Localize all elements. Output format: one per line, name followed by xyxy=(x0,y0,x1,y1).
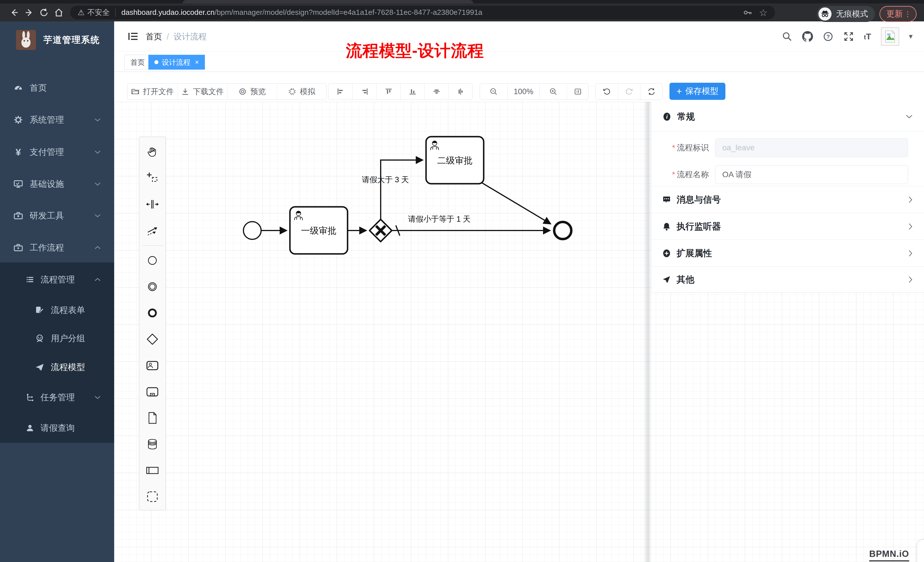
user-task-first-approval[interactable]: 一级审批 xyxy=(290,207,348,254)
zoom-in-button[interactable] xyxy=(539,84,567,100)
create-user-task[interactable] xyxy=(139,352,166,379)
align-right-button[interactable] xyxy=(352,84,376,100)
avatar[interactable] xyxy=(881,27,899,46)
field-process-name: * 流程名称 xyxy=(672,165,908,184)
redo-button[interactable] xyxy=(618,84,640,100)
hand-tool[interactable] xyxy=(139,139,166,165)
breadcrumb-current: 设计流程 xyxy=(174,31,207,42)
flow-label-lte1[interactable]: 请假小于等于 1 天 xyxy=(408,215,471,223)
browser-tab-strip xyxy=(0,0,924,3)
collapse-sidebar-icon[interactable] xyxy=(127,30,139,42)
sidebar-item-process-management[interactable]: 流程管理 xyxy=(0,265,114,294)
create-data-object[interactable] xyxy=(139,405,166,431)
breadcrumb-separator: / xyxy=(166,32,169,42)
section-other[interactable]: 其他 xyxy=(651,267,924,292)
bpmn-io-logo[interactable]: BPMN.iO xyxy=(869,549,909,561)
create-start-event[interactable] xyxy=(139,247,166,274)
user-task-second-approval[interactable]: 二级审批 xyxy=(426,136,484,184)
end-event[interactable] xyxy=(554,222,571,239)
toolbox-icon xyxy=(13,211,23,220)
download-file-button[interactable]: 下载文件 xyxy=(177,84,227,100)
create-group[interactable] xyxy=(139,484,166,510)
browser-menu-icon[interactable]: ⋮ xyxy=(904,10,912,18)
app-title: 芋道管理系统 xyxy=(44,34,100,46)
preview-button[interactable]: 预览 xyxy=(227,84,277,100)
zoom-out-button[interactable] xyxy=(480,84,507,100)
address-bar[interactable]: ⚠ 不安全 dashboard.yudao.iocoder.cn /bpm/ma… xyxy=(70,6,775,19)
global-connect-tool[interactable] xyxy=(139,217,166,244)
create-subprocess[interactable] xyxy=(139,379,166,405)
restart-button[interactable] xyxy=(640,84,662,100)
chevron-down-icon xyxy=(94,182,101,186)
page-header: 首页 / 设计流程 ? tT ▾ xyxy=(114,21,924,51)
monitor-icon xyxy=(13,179,23,189)
align-bottom-button[interactable] xyxy=(400,84,424,100)
password-key-icon[interactable] xyxy=(743,8,753,17)
download-icon xyxy=(181,87,189,96)
close-tab-icon[interactable]: × xyxy=(195,58,199,66)
search-icon[interactable] xyxy=(782,31,792,42)
tab-design-process[interactable]: 设计流程 × xyxy=(148,55,205,70)
create-gateway[interactable] xyxy=(139,326,166,352)
exclusive-gateway[interactable] xyxy=(369,219,392,241)
back-button[interactable] xyxy=(7,5,22,20)
sidebar-item-label: 用户分组 xyxy=(51,333,85,344)
home-button[interactable] xyxy=(51,5,66,20)
lasso-tool[interactable] xyxy=(139,165,166,191)
flow-label-gt3[interactable]: 请假大于 3 天 xyxy=(362,175,409,184)
sidebar-item-process-form[interactable]: 流程表单 xyxy=(0,296,114,324)
font-size-icon[interactable]: tT xyxy=(864,31,871,41)
fit-viewport-button[interactable] xyxy=(567,84,588,100)
breadcrumb-home[interactable]: 首页 xyxy=(146,31,162,42)
align-vertical-center-button[interactable] xyxy=(424,84,448,100)
paper-plane-icon xyxy=(35,363,45,372)
github-icon[interactable] xyxy=(802,31,813,42)
create-end-event[interactable] xyxy=(139,300,166,326)
sidebar-item-user-group[interactable]: 用户分组 xyxy=(0,324,114,352)
start-event[interactable] xyxy=(243,222,261,239)
update-button[interactable]: 更新 ⋮ xyxy=(879,6,916,22)
sidebar-item-label: 流程表单 xyxy=(51,304,85,316)
zoom-level: 100% xyxy=(507,84,539,100)
task-label: 一级审批 xyxy=(301,226,336,236)
create-intermediate-event[interactable] xyxy=(139,274,166,300)
tab-home[interactable]: 首页 xyxy=(124,55,151,70)
section-general[interactable]: i 常规 xyxy=(651,102,924,132)
align-left-button[interactable] xyxy=(328,84,352,100)
process-key-input[interactable] xyxy=(715,138,908,157)
bookmark-star-icon[interactable]: ☆ xyxy=(759,7,768,18)
section-execution-listeners[interactable]: 执行监听器 xyxy=(651,213,924,240)
process-name-input[interactable] xyxy=(715,165,908,184)
create-participant[interactable] xyxy=(139,457,166,484)
section-messages-signals[interactable]: 消息与信号 xyxy=(651,186,924,213)
help-icon[interactable]: ? xyxy=(823,31,834,42)
sidebar-item-devtools[interactable]: 研发工具 xyxy=(0,200,114,232)
align-top-button[interactable] xyxy=(376,84,400,100)
avatar-caret-icon[interactable]: ▾ xyxy=(909,32,913,41)
sidebar-item-infra[interactable]: 基础设施 xyxy=(0,168,114,200)
save-model-button[interactable]: + 保存模型 xyxy=(669,83,725,100)
reload-button[interactable] xyxy=(36,5,51,20)
briefcase-icon xyxy=(13,243,23,252)
tab-label: 首页 xyxy=(130,58,145,67)
sidebar-item-leave-query[interactable]: 请假查询 xyxy=(0,414,114,442)
sidebar-item-payment[interactable]: ¥ 支付管理 xyxy=(0,136,114,168)
forward-button[interactable] xyxy=(22,5,36,20)
sidebar-item-label: 系统管理 xyxy=(30,114,64,126)
sidebar-item-task-management[interactable]: 任务管理 xyxy=(0,383,114,412)
sidebar-item-workflow[interactable]: 工作流程 xyxy=(0,232,114,264)
fullscreen-icon[interactable] xyxy=(843,31,854,42)
create-data-store[interactable] xyxy=(139,431,166,457)
toolbar-zoom-group: 100% xyxy=(480,83,589,100)
section-extended-attributes[interactable]: 扩展属性 xyxy=(651,240,924,267)
space-tool[interactable] xyxy=(139,191,166,217)
sidebar-item-system[interactable]: 系统管理 xyxy=(0,104,114,136)
sidebar-item-process-model[interactable]: 流程模型 xyxy=(0,353,114,381)
simulate-button[interactable]: 模拟 xyxy=(277,84,327,100)
align-horizontal-center-button[interactable] xyxy=(448,84,472,100)
browser-active-tab[interactable] xyxy=(183,0,473,3)
sidebar-item-home[interactable]: 首页 xyxy=(0,72,114,104)
app-logo-row[interactable]: 芋道管理系统 xyxy=(0,21,114,58)
open-file-button[interactable]: 打开文件 xyxy=(128,84,177,100)
undo-button[interactable] xyxy=(596,84,618,100)
